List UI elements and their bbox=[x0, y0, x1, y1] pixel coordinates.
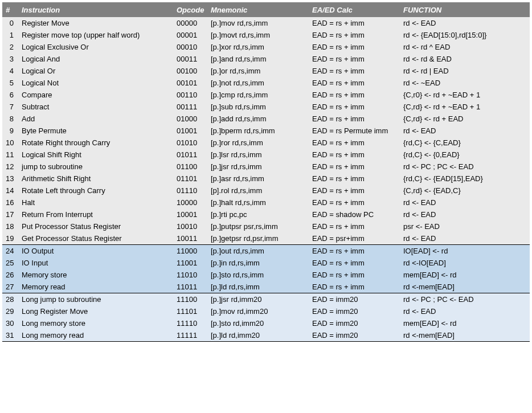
cell-mnemonic: [p.]out rd,rs,imm bbox=[207, 245, 309, 257]
cell-opcode: 10000 bbox=[173, 197, 207, 208]
table-row: 8Add01000[p.]add rd,rs,immEAD = rs + imm… bbox=[2, 113, 530, 125]
cell-opcode: 01001 bbox=[173, 125, 207, 137]
cell-mnemonic: [p.]bperm rd,rs,imm bbox=[207, 125, 309, 137]
cell-ea: EAD = rs + imm bbox=[309, 89, 400, 101]
cell-num: 5 bbox=[2, 77, 18, 89]
cell-instr: Arithmetic Shift Right bbox=[18, 173, 173, 185]
cell-func: rd <-mem[EAD] bbox=[400, 329, 530, 342]
cell-func: rd <- PC ; PC <- EAD bbox=[400, 293, 530, 306]
cell-func: {C,rd} <- rd + ~EAD + 1 bbox=[400, 101, 530, 113]
cell-opcode: 11100 bbox=[173, 293, 207, 306]
cell-instr: Long jump to subroutine bbox=[18, 293, 173, 306]
cell-num: 25 bbox=[2, 257, 18, 269]
cell-instr: Memory store bbox=[18, 269, 173, 281]
cell-instr: Register Move bbox=[18, 17, 173, 29]
cell-mnemonic: [p.]and rd,rs,imm bbox=[207, 53, 309, 65]
cell-mnemonic: [p.]mov rd,rs,imm bbox=[207, 17, 309, 29]
cell-ea: EAD = rs + imm bbox=[309, 77, 400, 89]
cell-opcode: 11110 bbox=[173, 317, 207, 329]
cell-ea: EAD = rs + imm bbox=[309, 137, 400, 149]
cell-mnemonic: [p.]xor rd,rs,imm bbox=[207, 41, 309, 53]
cell-func: {C,rd} <- {EAD,C} bbox=[400, 185, 530, 197]
header-row: # Instruction Opcode Mnemonic EA/ED Calc… bbox=[2, 2, 530, 17]
cell-instr: Byte Permute bbox=[18, 125, 173, 137]
cell-num: 31 bbox=[2, 329, 18, 342]
cell-instr: Logical Or bbox=[18, 65, 173, 77]
header-opcode: Opcode bbox=[173, 2, 207, 17]
cell-num: 29 bbox=[2, 305, 18, 317]
cell-mnemonic: [p].rol rd,rs,imm bbox=[207, 185, 309, 197]
cell-func: rd <- EAD bbox=[400, 232, 530, 245]
cell-num: 9 bbox=[2, 125, 18, 137]
cell-ea: EAD = rs + imm bbox=[309, 17, 400, 29]
table-row: 3Logical And00011[p.]and rd,rs,immEAD = … bbox=[2, 53, 530, 65]
cell-ea: EAD = rs + imm bbox=[309, 65, 400, 77]
cell-num: 0 bbox=[2, 17, 18, 29]
cell-ea: EAD = rs + imm bbox=[309, 269, 400, 281]
cell-opcode: 01110 bbox=[173, 185, 207, 197]
table-row: 31Long memory read11111[p.]ld rd,imm20EA… bbox=[2, 329, 530, 342]
cell-func: {rd,C} <- {0,EAD} bbox=[400, 149, 530, 161]
cell-num: 3 bbox=[2, 53, 18, 65]
cell-opcode: 00001 bbox=[173, 29, 207, 41]
cell-mnemonic: [p.]lsr rd,rs,imm bbox=[207, 149, 309, 161]
table-row: 14Rotate Left through Carry01110[p].rol … bbox=[2, 185, 530, 197]
cell-ea: EAD = rs + imm bbox=[309, 149, 400, 161]
cell-instr: Logical Shift Right bbox=[18, 149, 173, 161]
cell-num: 8 bbox=[2, 113, 18, 125]
cell-mnemonic: [p.]asr rd,rs,imm bbox=[207, 173, 309, 185]
table-row: 13Arithmetic Shift Right01101[p.]asr rd,… bbox=[2, 173, 530, 185]
cell-mnemonic: [p.]or rd,rs,imm bbox=[207, 65, 309, 77]
cell-mnemonic: [p.]sto rd,imm20 bbox=[207, 317, 309, 329]
cell-num: 12 bbox=[2, 161, 18, 173]
table-row: 25IO Input11001[p.]in rd,rs,immEAD = rs … bbox=[2, 257, 530, 269]
cell-instr: IO Input bbox=[18, 257, 173, 269]
cell-num: 14 bbox=[2, 185, 18, 197]
table-row: 18Put Processor Status Register10010[p.]… bbox=[2, 220, 530, 232]
cell-func: rd <- {EAD[15:0],rd[15:0]} bbox=[400, 29, 530, 41]
cell-opcode: 11101 bbox=[173, 305, 207, 317]
table-row: 24IO Output11000[p.]out rd,rs,immEAD = r… bbox=[2, 245, 530, 257]
cell-instr: Memory read bbox=[18, 281, 173, 293]
table-row: 11Logical Shift Right01011[p.]lsr rd,rs,… bbox=[2, 149, 530, 161]
cell-instr: Add bbox=[18, 113, 173, 125]
table-row: 5Logical Not00101[p.]not rd,rs,immEAD = … bbox=[2, 77, 530, 89]
table-row: 7Subtract00111[p.]sub rd,rs,immEAD = rs … bbox=[2, 101, 530, 113]
table-row: 12jump to subroutine01100[p.]jsr rd,rs,i… bbox=[2, 161, 530, 173]
cell-func: rd <- rd | EAD bbox=[400, 65, 530, 77]
cell-instr: Compare bbox=[18, 89, 173, 101]
cell-num: 19 bbox=[2, 232, 18, 245]
cell-instr: Long Register Move bbox=[18, 305, 173, 317]
cell-func: rd <- EAD bbox=[400, 125, 530, 137]
cell-mnemonic: [p.]rti pc,pc bbox=[207, 208, 309, 220]
table-row: 9Byte Permute01001[p.]bperm rd,rs,immEAD… bbox=[2, 125, 530, 137]
cell-func: rd <- EAD bbox=[400, 208, 530, 220]
cell-mnemonic: [p.]ld rd,imm20 bbox=[207, 329, 309, 342]
cell-ea: EAD = rs + imm bbox=[309, 220, 400, 232]
cell-opcode: 00101 bbox=[173, 77, 207, 89]
cell-num: 7 bbox=[2, 101, 18, 113]
table-row: 26Memory store11010[p.]sto rd,rs,immEAD … bbox=[2, 269, 530, 281]
cell-instr: Rotate Left through Carry bbox=[18, 185, 173, 197]
cell-mnemonic: [p.]halt rd,rs,imm bbox=[207, 197, 309, 208]
cell-ea: EAD = rs + imm bbox=[309, 173, 400, 185]
cell-opcode: 00011 bbox=[173, 53, 207, 65]
cell-opcode: 00100 bbox=[173, 65, 207, 77]
table-row: 30Long memory store11110[p.]sto rd,imm20… bbox=[2, 317, 530, 329]
cell-opcode: 11011 bbox=[173, 281, 207, 293]
cell-opcode: 01000 bbox=[173, 113, 207, 125]
cell-num: 13 bbox=[2, 173, 18, 185]
cell-ea: EAD = rs + imm bbox=[309, 53, 400, 65]
cell-num: 17 bbox=[2, 208, 18, 220]
table-row: 4Logical Or00100[p.]or rd,rs,immEAD = rs… bbox=[2, 65, 530, 77]
cell-mnemonic: [p.]sub rd,rs,imm bbox=[207, 101, 309, 113]
cell-ea: EAD = rs + imm bbox=[309, 161, 400, 173]
cell-func: {C,r0} <- rd + ~EAD + 1 bbox=[400, 89, 530, 101]
cell-ea: EAD = imm20 bbox=[309, 305, 400, 317]
cell-opcode: 00111 bbox=[173, 101, 207, 113]
cell-instr: Long memory read bbox=[18, 329, 173, 342]
cell-opcode: 10010 bbox=[173, 220, 207, 232]
table-row: 0Register Move00000[p.]mov rd,rs,immEAD … bbox=[2, 17, 530, 29]
cell-func: rd <- EAD bbox=[400, 17, 530, 29]
cell-instr: jump to subroutine bbox=[18, 161, 173, 173]
